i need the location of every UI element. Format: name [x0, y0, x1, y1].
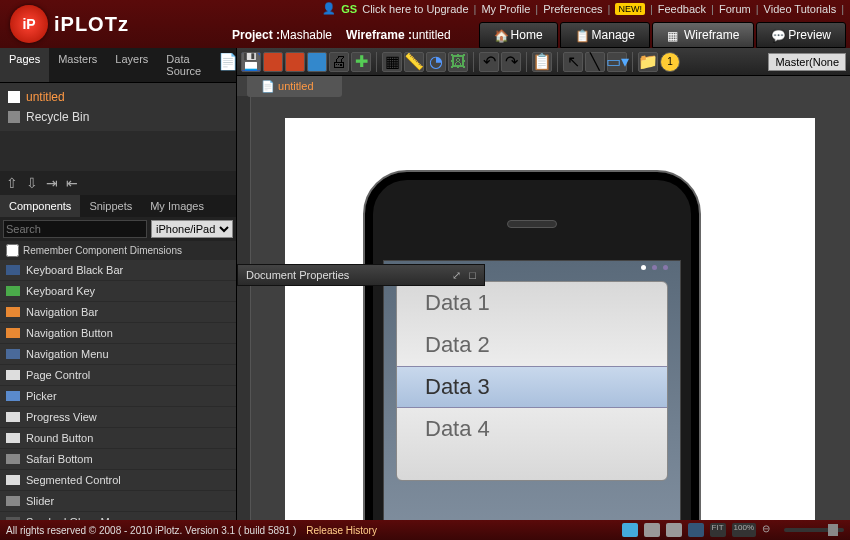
footer-icon-fit[interactable]: FIT — [710, 523, 726, 537]
tab-preview[interactable]: 💬Preview — [756, 22, 846, 48]
tool-btn-2[interactable] — [263, 52, 283, 72]
tab-masters[interactable]: Masters — [49, 48, 106, 82]
component-item[interactable]: Page Control — [0, 365, 236, 386]
footer-icon-4[interactable] — [688, 523, 704, 537]
upgrade-link[interactable]: Click here to Upgrade — [362, 3, 468, 15]
component-item[interactable]: Navigation Bar — [0, 302, 236, 323]
manage-icon: 📋 — [575, 29, 587, 41]
component-item[interactable]: Keyboard Key — [0, 281, 236, 302]
shape-tool[interactable]: ▭▾ — [607, 52, 627, 72]
indent-left-icon[interactable]: ⇤ — [66, 175, 78, 191]
forum-link[interactable]: Forum — [719, 3, 751, 15]
print-button[interactable]: 🖨 — [329, 52, 349, 72]
picker-row[interactable]: Data 2 — [397, 324, 667, 366]
component-item[interactable]: Progress View — [0, 407, 236, 428]
tab-my-images[interactable]: My Images — [141, 195, 213, 217]
tutorials-link[interactable]: Video Tutorials — [764, 3, 837, 15]
redo-button[interactable]: ↷ — [501, 52, 521, 72]
tab-layers[interactable]: Layers — [106, 48, 157, 82]
tab-pages[interactable]: Pages — [0, 48, 49, 82]
page-control-dots — [641, 265, 668, 270]
maximize-icon[interactable]: □ — [469, 269, 476, 282]
page-item-untitled[interactable]: untitled — [0, 87, 236, 107]
component-item[interactable]: Round Button — [0, 428, 236, 449]
undo-button[interactable]: ↶ — [479, 52, 499, 72]
iphone-frame[interactable]: Data 1Data 2Data 3Data 4 QWERTYUIOP — [363, 170, 701, 520]
user-initials[interactable]: GS — [341, 3, 357, 15]
search-input[interactable] — [3, 220, 147, 238]
home-icon: 🏠 — [494, 29, 506, 41]
badge-1[interactable]: 1 — [660, 52, 680, 72]
footer-icon-mac[interactable] — [666, 523, 682, 537]
component-item[interactable]: Smoked Glass Menu — [0, 512, 236, 520]
component-tabs: Components Snippets My Images — [0, 195, 236, 217]
canvas-page[interactable]: Data 1Data 2Data 3Data 4 QWERTYUIOP — [285, 118, 815, 520]
profile-link[interactable]: My Profile — [481, 3, 530, 15]
tab-components[interactable]: Components — [0, 195, 80, 217]
zoom-out-icon[interactable]: ⊖ — [762, 523, 778, 537]
phone-screen[interactable]: Data 1Data 2Data 3Data 4 QWERTYUIOP — [383, 260, 681, 520]
tab-home[interactable]: 🏠Home — [479, 22, 558, 48]
picker-row[interactable]: Data 3 — [397, 366, 667, 408]
ruler-button[interactable]: 📏 — [404, 52, 424, 72]
footer-icon-1[interactable] — [622, 523, 638, 537]
clock-button[interactable]: ◔ — [426, 52, 446, 72]
component-item[interactable]: Navigation Menu — [0, 344, 236, 365]
project-name: Mashable — [280, 28, 332, 42]
picker-component[interactable]: Data 1Data 2Data 3Data 4 — [396, 281, 668, 481]
tab-wireframe[interactable]: ▦Wireframe — [652, 22, 754, 48]
component-list[interactable]: Keyboard Black BarKeyboard KeyNavigation… — [0, 260, 236, 520]
remember-dimensions[interactable]: Remember Component Dimensions — [0, 241, 236, 260]
picker-row[interactable]: Data 4 — [397, 408, 667, 450]
component-item[interactable]: Slider — [0, 491, 236, 512]
footer-icon-100[interactable]: 100% — [732, 523, 756, 537]
tool-btn-3[interactable] — [285, 52, 305, 72]
component-item[interactable]: Navigation Button — [0, 323, 236, 344]
new-badge: NEW! — [615, 3, 645, 15]
component-label: Keyboard Black Bar — [26, 264, 123, 276]
feedback-link[interactable]: Feedback — [658, 3, 706, 15]
tab-manage[interactable]: 📋Manage — [560, 22, 650, 48]
image-button[interactable]: 🖼 — [448, 52, 468, 72]
grid-button[interactable]: ▦ — [382, 52, 402, 72]
top-links: 👤 GS Click here to Upgrade| My Profile| … — [322, 2, 844, 15]
wireframe-label: Wireframe : — [346, 28, 412, 42]
release-history-link[interactable]: Release History — [306, 525, 377, 536]
logo[interactable]: iP iPLOTz — [0, 5, 139, 43]
zoom-slider[interactable] — [784, 528, 844, 532]
move-down-icon[interactable]: ⇩ — [26, 175, 38, 191]
component-item[interactable]: Segmented Control — [0, 470, 236, 491]
category-dropdown[interactable]: iPhone/iPad — [151, 220, 233, 238]
component-item[interactable]: Safari Bottom — [0, 449, 236, 470]
canvas[interactable]: 📄 untitled Data 1Data 2Data 3Data 4 QWER… — [237, 76, 850, 520]
page-item-recycle[interactable]: Recycle Bin — [0, 107, 236, 127]
master-dropdown[interactable]: Master(None — [768, 53, 846, 71]
tool-btn-4[interactable] — [307, 52, 327, 72]
wireframe-icon: ▦ — [667, 29, 679, 41]
picker-row[interactable]: Data 1 — [397, 282, 667, 324]
add-button[interactable]: ✚ — [351, 52, 371, 72]
component-icon — [6, 412, 20, 422]
component-item[interactable]: Keyboard Black Bar — [0, 260, 236, 281]
component-item[interactable]: Picker — [0, 386, 236, 407]
preferences-link[interactable]: Preferences — [543, 3, 602, 15]
zoom-thumb[interactable] — [828, 524, 838, 536]
cursor-tool[interactable]: ↖ — [563, 52, 583, 72]
paste-button[interactable]: 📋 — [532, 52, 552, 72]
indent-right-icon[interactable]: ⇥ — [46, 175, 58, 191]
tab-snippets[interactable]: Snippets — [80, 195, 141, 217]
remember-checkbox[interactable] — [6, 244, 19, 257]
component-label: Slider — [26, 495, 54, 507]
footer-icon-windows[interactable] — [644, 523, 660, 537]
line-tool[interactable]: ╲ — [585, 52, 605, 72]
collapse-icon[interactable]: ⤢ — [452, 269, 461, 282]
folder-button[interactable]: 📁 — [638, 52, 658, 72]
document-tab[interactable]: 📄 untitled — [247, 76, 342, 97]
tab-data-source[interactable]: Data Source — [157, 48, 210, 82]
document-properties-panel[interactable]: Document Properties ⤢□ — [237, 264, 485, 286]
move-up-icon[interactable]: ⇧ — [6, 175, 18, 191]
preview-icon: 💬 — [771, 29, 783, 41]
component-icon — [6, 307, 20, 317]
project-label: Project : — [232, 28, 280, 42]
wireframe-name: untitled — [412, 28, 451, 42]
